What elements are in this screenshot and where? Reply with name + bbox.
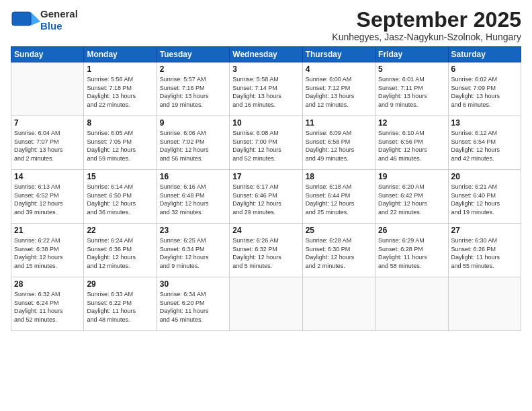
day-info: Sunrise: 6:04 AM Sunset: 7:07 PM Dayligh…	[14, 129, 81, 163]
day-info: Sunrise: 6:20 AM Sunset: 6:42 PM Dayligh…	[378, 183, 445, 216]
day-number: 21	[14, 226, 81, 235]
table-row: 14Sunrise: 6:13 AM Sunset: 6:52 PM Dayli…	[11, 170, 84, 224]
table-row: 18Sunrise: 6:18 AM Sunset: 6:44 PM Dayli…	[302, 170, 375, 224]
col-friday: Friday	[375, 47, 448, 62]
table-row: 27Sunrise: 6:30 AM Sunset: 6:26 PM Dayli…	[448, 224, 521, 277]
logo-icon	[11, 11, 38, 30]
day-number: 8	[87, 118, 153, 128]
table-row	[11, 62, 84, 116]
location: Kunhegyes, Jasz-Nagykun-Szolnok, Hungary	[332, 32, 521, 42]
table-row: 10Sunrise: 6:08 AM Sunset: 7:00 PM Dayli…	[230, 116, 302, 170]
month-title: September 2025	[332, 8, 521, 32]
calendar-week-row: 7Sunrise: 6:04 AM Sunset: 7:07 PM Daylig…	[11, 116, 521, 170]
day-info: Sunrise: 6:00 AM Sunset: 7:12 PM Dayligh…	[306, 75, 372, 109]
table-row: 26Sunrise: 6:29 AM Sunset: 6:28 PM Dayli…	[375, 224, 448, 277]
calendar-table: Sunday Monday Tuesday Wednesday Thursday…	[11, 46, 521, 331]
day-number: 27	[451, 226, 518, 235]
col-wednesday: Wednesday	[230, 47, 302, 62]
day-number: 4	[306, 64, 372, 74]
day-number: 1	[87, 64, 153, 74]
day-number: 10	[232, 118, 299, 128]
day-info: Sunrise: 6:09 AM Sunset: 6:58 PM Dayligh…	[306, 129, 372, 163]
day-info: Sunrise: 6:05 AM Sunset: 7:05 PM Dayligh…	[87, 129, 153, 163]
day-info: Sunrise: 6:33 AM Sunset: 6:22 PM Dayligh…	[87, 290, 153, 324]
header: General Blue September 2025 Kunhegyes, J…	[11, 8, 521, 42]
day-info: Sunrise: 6:18 AM Sunset: 6:44 PM Dayligh…	[306, 183, 372, 216]
table-row: 28Sunrise: 6:32 AM Sunset: 6:24 PM Dayli…	[11, 277, 84, 331]
calendar-week-row: 1Sunrise: 5:56 AM Sunset: 7:18 PM Daylig…	[11, 62, 521, 116]
day-number: 12	[378, 118, 445, 128]
day-number: 18	[306, 172, 372, 181]
day-info: Sunrise: 6:29 AM Sunset: 6:28 PM Dayligh…	[378, 236, 445, 270]
day-info: Sunrise: 6:21 AM Sunset: 6:40 PM Dayligh…	[451, 183, 518, 216]
table-row: 24Sunrise: 6:26 AM Sunset: 6:32 PM Dayli…	[230, 224, 302, 277]
day-number: 3	[232, 64, 299, 74]
table-row: 9Sunrise: 6:06 AM Sunset: 7:02 PM Daylig…	[157, 116, 229, 170]
day-info: Sunrise: 6:34 AM Sunset: 6:20 PM Dayligh…	[160, 290, 226, 324]
col-thursday: Thursday	[302, 47, 375, 62]
table-row	[448, 277, 521, 331]
calendar-header-row: Sunday Monday Tuesday Wednesday Thursday…	[11, 47, 521, 62]
day-info: Sunrise: 6:10 AM Sunset: 6:56 PM Dayligh…	[378, 129, 445, 163]
day-info: Sunrise: 6:25 AM Sunset: 6:34 PM Dayligh…	[160, 236, 226, 270]
table-row: 8Sunrise: 6:05 AM Sunset: 7:05 PM Daylig…	[84, 116, 157, 170]
logo-general: General	[40, 8, 78, 20]
table-row: 15Sunrise: 6:14 AM Sunset: 6:50 PM Dayli…	[84, 170, 157, 224]
logo: General Blue	[11, 8, 78, 32]
title-block: September 2025 Kunhegyes, Jasz-Nagykun-S…	[332, 8, 521, 42]
logo-text-block: General Blue	[40, 8, 78, 32]
calendar-page: General Blue September 2025 Kunhegyes, J…	[0, 0, 532, 411]
day-info: Sunrise: 6:12 AM Sunset: 6:54 PM Dayligh…	[451, 129, 518, 163]
logo-blue: Blue	[40, 20, 62, 32]
calendar-week-row: 28Sunrise: 6:32 AM Sunset: 6:24 PM Dayli…	[11, 277, 521, 331]
table-row	[230, 277, 302, 331]
day-info: Sunrise: 6:30 AM Sunset: 6:26 PM Dayligh…	[451, 236, 518, 270]
day-number: 28	[14, 279, 81, 289]
day-info: Sunrise: 5:56 AM Sunset: 7:18 PM Dayligh…	[87, 75, 153, 109]
table-row: 2Sunrise: 5:57 AM Sunset: 7:16 PM Daylig…	[157, 62, 229, 116]
table-row: 6Sunrise: 6:02 AM Sunset: 7:09 PM Daylig…	[448, 62, 521, 116]
table-row: 3Sunrise: 5:58 AM Sunset: 7:14 PM Daylig…	[230, 62, 302, 116]
table-row: 17Sunrise: 6:17 AM Sunset: 6:46 PM Dayli…	[230, 170, 302, 224]
table-row: 5Sunrise: 6:01 AM Sunset: 7:11 PM Daylig…	[375, 62, 448, 116]
col-sunday: Sunday	[11, 47, 84, 62]
day-info: Sunrise: 6:13 AM Sunset: 6:52 PM Dayligh…	[14, 183, 81, 216]
day-number: 11	[306, 118, 372, 128]
table-row: 29Sunrise: 6:33 AM Sunset: 6:22 PM Dayli…	[84, 277, 157, 331]
table-row	[375, 277, 448, 331]
table-row: 11Sunrise: 6:09 AM Sunset: 6:58 PM Dayli…	[302, 116, 375, 170]
day-number: 9	[160, 118, 226, 128]
day-number: 19	[378, 172, 445, 181]
svg-marker-1	[31, 12, 40, 26]
table-row: 1Sunrise: 5:56 AM Sunset: 7:18 PM Daylig…	[84, 62, 157, 116]
day-number: 2	[160, 64, 226, 74]
day-info: Sunrise: 6:26 AM Sunset: 6:32 PM Dayligh…	[232, 236, 299, 270]
day-info: Sunrise: 5:57 AM Sunset: 7:16 PM Dayligh…	[160, 75, 226, 109]
day-number: 24	[232, 226, 299, 235]
table-row: 25Sunrise: 6:28 AM Sunset: 6:30 PM Dayli…	[302, 224, 375, 277]
table-row	[302, 277, 375, 331]
day-number: 14	[14, 172, 81, 181]
day-number: 30	[160, 279, 226, 289]
day-number: 16	[160, 172, 226, 181]
day-number: 23	[160, 226, 226, 235]
day-number: 26	[378, 226, 445, 235]
day-info: Sunrise: 6:14 AM Sunset: 6:50 PM Dayligh…	[87, 183, 153, 216]
day-info: Sunrise: 5:58 AM Sunset: 7:14 PM Dayligh…	[232, 75, 299, 109]
table-row: 12Sunrise: 6:10 AM Sunset: 6:56 PM Dayli…	[375, 116, 448, 170]
day-number: 5	[378, 64, 445, 74]
day-number: 22	[87, 226, 153, 235]
day-info: Sunrise: 6:22 AM Sunset: 6:38 PM Dayligh…	[14, 236, 81, 270]
calendar-week-row: 14Sunrise: 6:13 AM Sunset: 6:52 PM Dayli…	[11, 170, 521, 224]
col-tuesday: Tuesday	[157, 47, 229, 62]
table-row: 30Sunrise: 6:34 AM Sunset: 6:20 PM Dayli…	[157, 277, 229, 331]
day-info: Sunrise: 6:06 AM Sunset: 7:02 PM Dayligh…	[160, 129, 226, 163]
day-number: 17	[232, 172, 299, 181]
table-row: 7Sunrise: 6:04 AM Sunset: 7:07 PM Daylig…	[11, 116, 84, 170]
table-row: 20Sunrise: 6:21 AM Sunset: 6:40 PM Dayli…	[448, 170, 521, 224]
day-number: 15	[87, 172, 153, 181]
day-info: Sunrise: 6:24 AM Sunset: 6:36 PM Dayligh…	[87, 236, 153, 270]
day-number: 20	[451, 172, 518, 181]
table-row: 16Sunrise: 6:16 AM Sunset: 6:48 PM Dayli…	[157, 170, 229, 224]
day-info: Sunrise: 6:02 AM Sunset: 7:09 PM Dayligh…	[451, 75, 518, 109]
